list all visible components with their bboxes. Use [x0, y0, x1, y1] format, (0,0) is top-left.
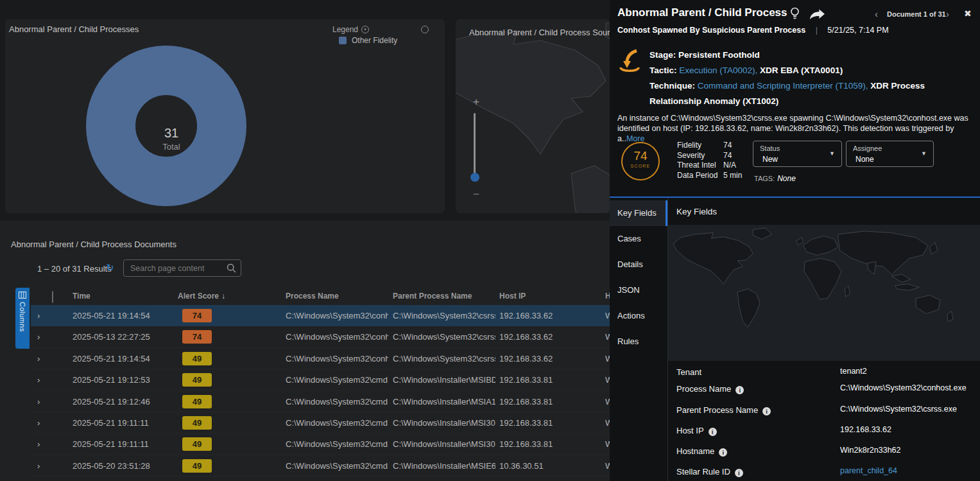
cell-parent-process-name: C:\Windows\System32\csrss.e — [393, 348, 495, 369]
key-field-value: Win2k8r2n33h62 — [840, 446, 901, 455]
tab-actions[interactable]: Actions — [610, 303, 667, 329]
key-field-label: Host IP — [676, 426, 704, 435]
column-header-ip[interactable]: Host IP — [499, 287, 526, 305]
column-header-score[interactable]: Alert Score↓ — [178, 287, 225, 305]
info-icon[interactable]: i — [762, 407, 771, 415]
fidelity-donut-chart[interactable] — [5, 19, 445, 213]
map-zoom-out-button[interactable]: − — [473, 188, 479, 201]
close-icon[interactable]: ✖ — [964, 8, 972, 19]
alert-score-badge: 49 — [182, 459, 212, 473]
share-icon[interactable] — [808, 9, 826, 20]
tab-key-fields[interactable]: Key Fields — [610, 200, 667, 226]
alert-score-badge: 49 — [182, 352, 212, 365]
select-all-checkbox[interactable] — [52, 291, 53, 303]
expand-chevron-icon[interactable]: › — [37, 391, 40, 412]
alert-title: Abnormal Parent / Child Process — [617, 6, 787, 19]
key-field-row: Host IPi192.168.33.62 — [676, 424, 980, 437]
cell-host-ip: 192.168.33.62 — [499, 348, 576, 369]
kill-chain-stage-icon — [618, 49, 641, 74]
info-icon[interactable]: i — [709, 428, 717, 436]
table-row[interactable]: ›2025-05-21 19:14:5474C:\Windows\System3… — [31, 305, 610, 326]
tab-cases[interactable]: Cases — [610, 226, 667, 252]
expand-chevron-icon[interactable]: › — [37, 433, 40, 455]
map-zoom-slider[interactable] — [474, 113, 476, 177]
alert-score-badge: 74 — [182, 330, 212, 344]
documents-title: Abnormal Parent / Child Process Document… — [11, 240, 176, 249]
table-row[interactable]: ›2025-05-21 19:14:5449C:\Windows\System3… — [31, 348, 610, 369]
table-row[interactable]: ›2025-05-21 19:12:4649C:\Windows\System3… — [31, 391, 610, 412]
next-document-icon[interactable]: › — [946, 8, 949, 19]
columns-button[interactable]: Columns — [15, 288, 30, 349]
search-input[interactable] — [123, 259, 241, 277]
cell-process-name: C:\Windows\System32\cmd.e — [286, 391, 388, 412]
cell-process-name: C:\Windows\System32\conho — [286, 348, 388, 369]
alert-score-badge: 49 — [182, 395, 212, 408]
key-fields-list: Tenanttenant2Process NameiC:\Windows\Sys… — [667, 361, 980, 481]
key-field-row: Process NameiC:\Windows\System32\conhost… — [676, 383, 980, 396]
technique-link[interactable]: Command and Scripting Interpreter (T1059… — [698, 81, 868, 91]
stat-row: Threat IntelN/A — [677, 161, 753, 171]
cell-host-ip: 192.168.33.81 — [499, 433, 576, 455]
cell-parent-process-name: C:\Windows\Installer\MSI30B: — [393, 412, 495, 433]
stat-value: 5 min — [723, 171, 742, 180]
table-row[interactable]: ›2025-05-21 19:11:1149C:\Windows\System3… — [31, 433, 610, 455]
panel-title: Abnormal Parent / Child Processes — [9, 24, 139, 34]
documents-table: TimeAlert Score↓Process NameParent Proce… — [31, 287, 610, 477]
alert-description: An instance of C:\Windows\System32\csrss… — [617, 113, 974, 144]
table-row[interactable]: ›2025-05-21 19:12:5349C:\Windows\System3… — [31, 369, 610, 390]
key-field-label: Stellar Rule ID — [676, 467, 730, 477]
table-row[interactable]: ›2025-05-20 23:51:2849C:\Windows\System3… — [31, 455, 610, 477]
stat-value: N/A — [723, 161, 736, 170]
assignee-dropdown[interactable]: Assignee None ▼ — [846, 141, 934, 167]
cell-time: 2025-05-13 22:27:25 — [73, 326, 150, 347]
cell-host-ip: 10.36.30.51 — [499, 455, 576, 477]
source-world-map[interactable] — [456, 19, 610, 213]
score-value: 74 — [623, 149, 658, 163]
previous-document-icon[interactable]: ‹ — [875, 8, 878, 19]
panel-title: Abnormal Parent / Child Process Sourc — [469, 28, 610, 37]
expand-chevron-icon[interactable]: › — [37, 455, 40, 477]
column-header-parent[interactable]: Parent Process Name — [393, 287, 472, 305]
cell-parent-process-name: C:\Windows\System32\csrss.e — [393, 305, 495, 326]
info-icon[interactable]: i — [735, 386, 744, 394]
stat-value: 74 — [723, 151, 732, 160]
column-header-time[interactable]: Time — [73, 287, 90, 305]
tags-value: None — [777, 174, 796, 183]
table-row[interactable]: ›2025-05-13 22:27:2574C:\Windows\System3… — [31, 326, 610, 347]
cell-time: 2025-05-21 19:12:46 — [73, 391, 150, 412]
loading-spinner-icon — [421, 26, 429, 33]
status-dropdown[interactable]: Status New ▼ — [753, 141, 842, 167]
expand-chevron-icon[interactable]: › — [37, 348, 40, 369]
info-icon[interactable]: i — [735, 469, 743, 477]
legend-header[interactable]: Legend ▾ — [332, 25, 369, 34]
cell-time: 2025-05-21 19:11:11 — [73, 412, 149, 433]
cell-process-name: C:\Windows\System32\cmd.e — [286, 433, 388, 455]
subtitle-divider: | — [816, 26, 818, 35]
stat-label: Fidelity — [677, 141, 723, 150]
refresh-icon[interactable]: ↻ — [106, 262, 114, 274]
expand-chevron-icon[interactable]: › — [37, 305, 40, 326]
map-zoom-in-button[interactable]: + — [473, 96, 479, 109]
key-fields-world-map — [668, 225, 980, 361]
legend-item[interactable]: Other Fidelity — [339, 36, 397, 45]
stat-row: Severity74 — [677, 151, 753, 161]
expand-chevron-icon[interactable]: › — [37, 326, 40, 347]
alert-score-badge: 49 — [182, 416, 212, 430]
assignee-dropdown-value: None — [855, 155, 874, 164]
table-row[interactable]: ›2025-05-21 19:11:1149C:\Windows\System3… — [31, 412, 610, 433]
map-zoom-slider-handle[interactable] — [470, 173, 479, 182]
lightbulb-icon[interactable] — [789, 7, 800, 21]
tab-rules[interactable]: Rules — [610, 329, 667, 354]
expand-chevron-icon[interactable]: › — [37, 369, 40, 390]
cell-time: 2025-05-21 19:11:11 — [73, 433, 149, 455]
expand-chevron-icon[interactable]: › — [37, 412, 40, 433]
column-header-proc[interactable]: Process Name — [286, 287, 339, 305]
info-icon[interactable]: i — [719, 448, 727, 457]
legend-toggle-icon[interactable]: ▾ — [361, 26, 369, 33]
key-field-row: Stellar Rule IDiparent_child_64 — [676, 466, 980, 478]
key-field-value[interactable]: parent_child_64 — [840, 466, 897, 475]
tab-json[interactable]: JSON — [610, 277, 667, 303]
cell-parent-process-name: C:\Windows\Installer\MSIA1A — [393, 391, 495, 412]
tab-details[interactable]: Details — [610, 252, 667, 277]
tactic-link[interactable]: Execution (TA0002), — [679, 66, 757, 75]
